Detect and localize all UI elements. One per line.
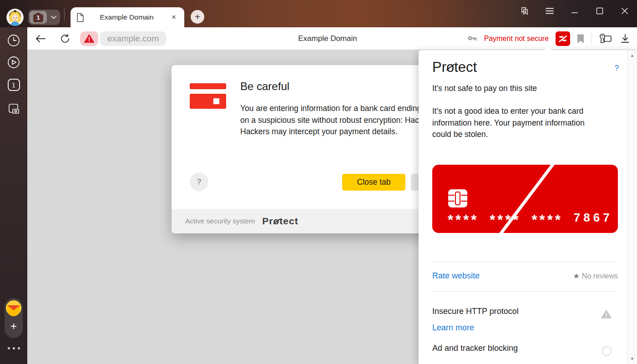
card-slash-mark [493, 157, 559, 243]
browser-tab[interactable]: Example Domain × [71, 7, 184, 27]
dialog-title: Be careful [240, 80, 289, 93]
screenshot-icon[interactable] [0, 101, 27, 115]
bank-card-icon [190, 83, 226, 109]
card-chip-icon [448, 189, 468, 208]
reviews-status: ★ No reviews [573, 272, 618, 280]
learn-more-link[interactable]: Learn more [432, 323, 474, 333]
history-icon[interactable] [0, 34, 27, 47]
reviews-label: No reviews [582, 272, 618, 280]
protect-panel-title: Protect [432, 59, 477, 76]
panel-description: It's not a good idea to enter your bank … [432, 106, 603, 141]
tabs-icon[interactable]: 1 [0, 79, 27, 91]
rate-row: Rate website ★ No reviews [432, 271, 618, 281]
chevron-down-icon[interactable] [47, 15, 60, 19]
side-panel-icon[interactable] [512, 0, 537, 22]
close-window-button[interactable] [612, 0, 637, 22]
window-controls [512, 0, 637, 22]
panel-pointer [544, 46, 552, 50]
tabs-count-badge: 1 [8, 79, 20, 91]
warning-icon [601, 309, 612, 319]
tab-count-badge: 1 [33, 12, 43, 22]
password-key-icon[interactable] [467, 34, 477, 43]
new-tab-button[interactable]: + [191, 10, 204, 24]
back-icon[interactable] [34, 27, 47, 50]
titlebar-separator [64, 7, 65, 21]
star-icon: ★ [573, 272, 580, 280]
avatar-image [6, 9, 24, 26]
page-title: Example Domain [298, 27, 357, 50]
video-icon[interactable] [0, 56, 27, 69]
scroll-up-icon[interactable]: ▲ [630, 53, 635, 58]
tab-counter[interactable]: 1 [28, 10, 60, 25]
sidebar-widget: + [5, 298, 23, 338]
extensions-icon[interactable] [598, 33, 613, 45]
panel-headline: It's not safe to pay on this site [432, 84, 537, 93]
sidebar: 1 + [0, 27, 27, 364]
protect-panel: Protect ? It's not safe to pay on this s… [419, 50, 637, 364]
profile-avatar[interactable] [6, 9, 24, 26]
toolbar-separator [591, 32, 592, 45]
browser-window: 1 [0, 0, 637, 364]
menu-icon[interactable] [537, 0, 562, 22]
tab-close-icon[interactable]: × [169, 12, 179, 22]
panel-divider [432, 291, 618, 292]
panel-divider [432, 262, 618, 262]
address-input[interactable]: example.com [100, 31, 166, 46]
insecure-http-label: Insecure HTTP protocol [432, 307, 519, 316]
sidebar-add-button[interactable]: + [10, 320, 17, 333]
tab-counter-shape: 1 [30, 11, 47, 24]
dialog-help-button[interactable]: ? [190, 172, 208, 191]
payment-warning-text: Payment not secure [484, 35, 549, 43]
adblock-label: Ad and tracker blocking [432, 344, 518, 353]
protect-wordmark: Protect [262, 216, 298, 227]
protect-icon[interactable] [556, 31, 570, 46]
close-tab-button[interactable]: Close tab [342, 174, 405, 191]
mail-icon[interactable] [5, 300, 22, 316]
minimize-button[interactable] [562, 0, 587, 22]
site-warning-badge[interactable] [80, 31, 98, 46]
card-number: **** **** **** 7867 [448, 209, 613, 226]
sidebar-more-button[interactable] [0, 347, 27, 349]
refresh-icon[interactable] [58, 27, 72, 50]
panel-scrollbar[interactable]: ▲ ▼ [627, 50, 637, 364]
warning-triangle-icon [84, 34, 94, 43]
maximize-button[interactable] [587, 0, 612, 22]
dialog-message: You are entering information for a bank … [240, 103, 434, 138]
download-icon[interactable] [620, 33, 631, 44]
security-system-label: Active security system [185, 217, 255, 225]
bookmark-icon[interactable] [577, 34, 584, 43]
blocked-card-illustration: **** **** **** 7867 [432, 165, 618, 233]
scroll-down-icon[interactable]: ▼ [630, 356, 635, 361]
page-icon [76, 13, 85, 22]
rate-website-link[interactable]: Rate website [432, 271, 480, 281]
shield-icon [602, 346, 612, 357]
tab-title: Example Domain [85, 13, 169, 21]
panel-help-link[interactable]: ? [615, 64, 619, 73]
